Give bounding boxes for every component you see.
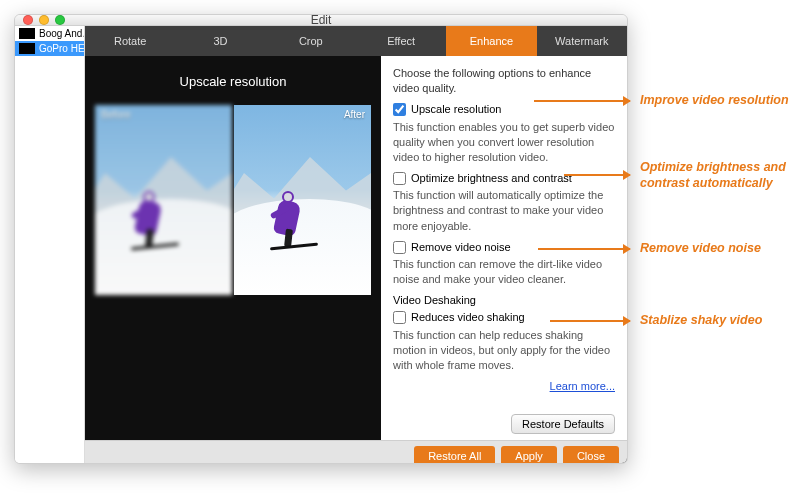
opt-upscale[interactable]: Upscale resolution	[393, 102, 615, 117]
deshake-heading: Video Deshaking	[393, 293, 615, 308]
callout-upscale: Improve video resolution	[640, 93, 789, 109]
after-label: After	[344, 109, 365, 120]
tab-watermark[interactable]: Watermark	[537, 26, 627, 56]
thumbnail-icon	[19, 43, 35, 54]
learn-more-link[interactable]: Learn more...	[550, 379, 615, 394]
callout-deshake: Stablize shaky video	[640, 313, 762, 329]
bottom-bar: Restore All Apply Close	[85, 440, 627, 464]
callout-noise: Remove video noise	[640, 241, 761, 257]
opt-upscale-desc: This function enables you to get superb …	[393, 120, 615, 166]
arrow-icon	[564, 174, 630, 176]
file-sidebar: Boog And… GoPro HE…	[15, 26, 85, 464]
opt-upscale-label: Upscale resolution	[411, 102, 502, 117]
titlebar: Edit	[15, 15, 627, 26]
arrow-icon	[538, 248, 630, 250]
arrow-icon	[550, 320, 630, 322]
opt-noise-desc: This function can remove the dirt-like v…	[393, 257, 615, 287]
arrow-icon	[534, 100, 630, 102]
opt-deshake-desc: This function can help reduces shaking m…	[393, 328, 615, 374]
checkbox-deshake[interactable]	[393, 311, 406, 324]
checkbox-upscale[interactable]	[393, 103, 406, 116]
before-label: Before	[101, 109, 130, 120]
preview-pane: Upscale resolution Before	[85, 56, 381, 440]
checkbox-brightness[interactable]	[393, 172, 406, 185]
editor-area: Rotate 3D Crop Effect Enhance Watermark …	[85, 26, 627, 464]
panel-intro: Choose the following options to enhance …	[393, 66, 615, 96]
tab-bar: Rotate 3D Crop Effect Enhance Watermark	[85, 26, 627, 56]
sidebar-item-label: GoPro HE…	[39, 43, 84, 54]
restore-defaults-button[interactable]: Restore Defaults	[511, 414, 615, 434]
preview-after: After	[234, 105, 371, 295]
sidebar-item-label: Boog And…	[39, 28, 84, 39]
tab-effect[interactable]: Effect	[356, 26, 446, 56]
opt-brightness-desc: This function will automatically optimiz…	[393, 188, 615, 234]
window-title: Edit	[15, 14, 627, 27]
opt-deshake[interactable]: Reduces video shaking	[393, 310, 615, 325]
restore-all-button[interactable]: Restore All	[414, 446, 495, 464]
close-button[interactable]: Close	[563, 446, 619, 464]
preview-heading: Upscale resolution	[95, 74, 371, 89]
callout-brightness: Optimize brightness and contrast automat…	[640, 160, 800, 191]
tab-enhance[interactable]: Enhance	[446, 26, 536, 56]
thumbnail-icon	[19, 28, 35, 39]
tab-3d[interactable]: 3D	[175, 26, 265, 56]
opt-noise-label: Remove video noise	[411, 240, 511, 255]
tab-rotate[interactable]: Rotate	[85, 26, 175, 56]
tab-crop[interactable]: Crop	[266, 26, 356, 56]
edit-window: Edit Boog And… GoPro HE… Rotate 3D Crop	[14, 14, 628, 464]
opt-brightness-label: Optimize brightness and contrast	[411, 171, 572, 186]
sidebar-item[interactable]: GoPro HE…	[15, 41, 84, 56]
apply-button[interactable]: Apply	[501, 446, 557, 464]
checkbox-noise[interactable]	[393, 241, 406, 254]
opt-deshake-label: Reduces video shaking	[411, 310, 525, 325]
preview-before: Before	[95, 105, 232, 295]
sidebar-item[interactable]: Boog And…	[15, 26, 84, 41]
